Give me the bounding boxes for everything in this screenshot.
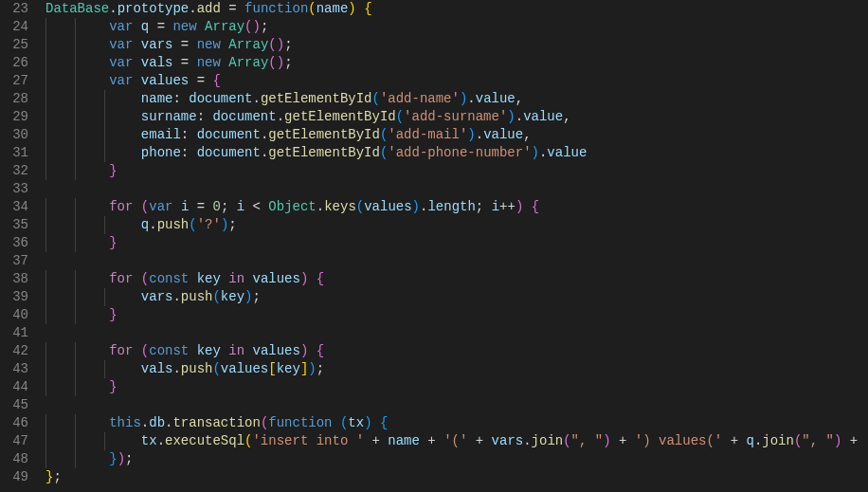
- code-token: ;: [221, 199, 237, 214]
- indent-guide: [45, 162, 46, 180]
- code-token: Array: [205, 19, 244, 34]
- code-line[interactable]: surname: document.getElementById('add-su…: [45, 108, 868, 126]
- code-token: [189, 343, 196, 358]
- line-number: 32: [0, 162, 28, 180]
- indent-guide: [75, 450, 76, 468]
- code-token: (): [268, 55, 284, 70]
- code-token: (: [308, 1, 316, 16]
- code-token: }: [109, 451, 117, 466]
- code-token: for: [109, 199, 133, 214]
- code-line[interactable]: tx.executeSql('insert into ' + name + '(…: [45, 432, 868, 450]
- code-line[interactable]: }: [45, 162, 868, 180]
- code-token: var: [109, 55, 133, 70]
- indent-guide: [75, 72, 76, 90]
- code-token: '?': [197, 217, 221, 232]
- code-token: executeSql: [165, 433, 244, 448]
- code-token: var: [109, 19, 133, 34]
- line-number: 26: [0, 54, 28, 72]
- code-line[interactable]: }: [45, 234, 868, 252]
- code-line[interactable]: var vars = new Array();: [45, 36, 868, 54]
- code-token: db: [149, 415, 165, 430]
- indent-guide: [75, 54, 76, 72]
- code-line[interactable]: q.push('?');: [45, 216, 868, 234]
- line-number: 39: [0, 288, 28, 306]
- code-line[interactable]: }: [45, 306, 868, 324]
- code-editor-area[interactable]: DataBase.prototype.add = function(name) …: [45, 0, 868, 492]
- code-token: [172, 199, 180, 214]
- code-token: vals: [141, 55, 173, 70]
- indent-guide: [75, 306, 76, 324]
- code-token: ): [507, 109, 515, 124]
- code-token: 'add-name': [380, 91, 460, 106]
- code-token: join: [762, 433, 794, 448]
- code-token: in: [228, 343, 244, 358]
- line-number: 28: [0, 90, 28, 108]
- code-token: .: [189, 1, 196, 16]
- code-token: 0: [213, 199, 221, 214]
- indent-guide: [75, 360, 76, 378]
- code-token: [189, 271, 196, 286]
- code-line[interactable]: for (const key in values) {: [45, 342, 868, 360]
- code-line[interactable]: for (const key in values) {: [45, 270, 868, 288]
- code-line[interactable]: vals.push(values[key]);: [45, 360, 868, 378]
- code-token: q: [746, 433, 753, 448]
- code-token: .: [149, 217, 156, 232]
- code-token: (: [141, 343, 149, 358]
- code-token: [133, 343, 140, 358]
- code-token: :: [181, 145, 189, 160]
- code-line[interactable]: for (var i = 0; i < Object.keys(values).…: [45, 198, 868, 216]
- code-token: ): [532, 145, 539, 160]
- code-line[interactable]: [45, 396, 868, 414]
- code-token: values: [253, 343, 300, 358]
- code-token: [372, 415, 380, 430]
- line-number: 43: [0, 360, 28, 378]
- indent-guide: [75, 378, 76, 396]
- indent-guide: [75, 18, 76, 36]
- code-line[interactable]: [45, 180, 868, 198]
- code-line[interactable]: };: [45, 468, 868, 486]
- code-token: i: [237, 199, 244, 214]
- code-token: [133, 199, 140, 214]
- code-line[interactable]: [45, 252, 868, 270]
- indent-guide: [75, 234, 76, 252]
- code-line[interactable]: phone: document.getElementById('add-phon…: [45, 144, 868, 162]
- indent-guide: [104, 216, 105, 234]
- code-line[interactable]: var values = {: [45, 72, 868, 90]
- code-token: 'add-phone-number': [388, 145, 531, 160]
- code-token: [189, 127, 196, 142]
- code-token: tx: [141, 433, 157, 448]
- code-token: ,: [515, 91, 523, 106]
- code-token: :: [197, 109, 205, 124]
- indent-guide: [104, 432, 105, 450]
- code-token: ,: [523, 127, 531, 142]
- indent-guide: [45, 108, 46, 126]
- line-number: 49: [0, 468, 28, 486]
- indent-guide: [75, 198, 76, 216]
- code-token: (: [212, 361, 220, 376]
- code-line[interactable]: [45, 324, 868, 342]
- code-token: .: [467, 91, 475, 106]
- code-token: =: [172, 55, 196, 70]
- code-line[interactable]: name: document.getElementById('add-name'…: [45, 90, 868, 108]
- code-line[interactable]: }: [45, 378, 868, 396]
- code-token: (: [212, 289, 220, 304]
- code-line[interactable]: this.db.transaction(function (tx) {: [45, 414, 868, 432]
- code-line[interactable]: DataBase.prototype.add = function(name) …: [45, 0, 868, 18]
- code-token: ;: [261, 19, 268, 34]
- code-token: email: [141, 127, 181, 142]
- code-token: +: [722, 433, 746, 448]
- code-line[interactable]: });: [45, 450, 868, 468]
- code-token: 'add-mail': [388, 127, 467, 142]
- code-line[interactable]: var q = new Array();: [45, 18, 868, 36]
- code-token: push: [181, 289, 213, 304]
- code-line[interactable]: var vals = new Array();: [45, 54, 868, 72]
- code-token: }: [109, 307, 117, 322]
- code-token: value: [476, 91, 515, 106]
- indent-guide: [75, 126, 76, 144]
- code-line[interactable]: email: document.getElementById('add-mail…: [45, 126, 868, 144]
- indent-guide: [45, 36, 46, 54]
- indent-guide: [45, 144, 46, 162]
- code-line[interactable]: vars.push(key);: [45, 288, 868, 306]
- indent-guide: [75, 342, 76, 360]
- indent-guide: [104, 288, 105, 306]
